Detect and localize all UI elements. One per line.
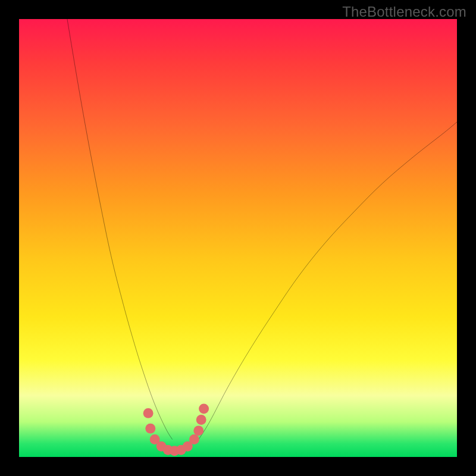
optimal-dots (143, 404, 209, 456)
curve-left (67, 19, 173, 440)
chart-frame: TheBottleneck.com (0, 0, 476, 476)
optimal-dot (189, 434, 199, 444)
optimal-dot (193, 425, 203, 436)
plot-area (19, 19, 457, 457)
optimal-dot (143, 408, 154, 418)
watermark-text: TheBottleneck.com (342, 4, 466, 20)
optimal-dot (145, 424, 155, 434)
optimal-dot (196, 415, 206, 425)
optimal-dot (199, 404, 209, 414)
curve-right (199, 122, 457, 440)
bottleneck-curve (19, 19, 457, 457)
